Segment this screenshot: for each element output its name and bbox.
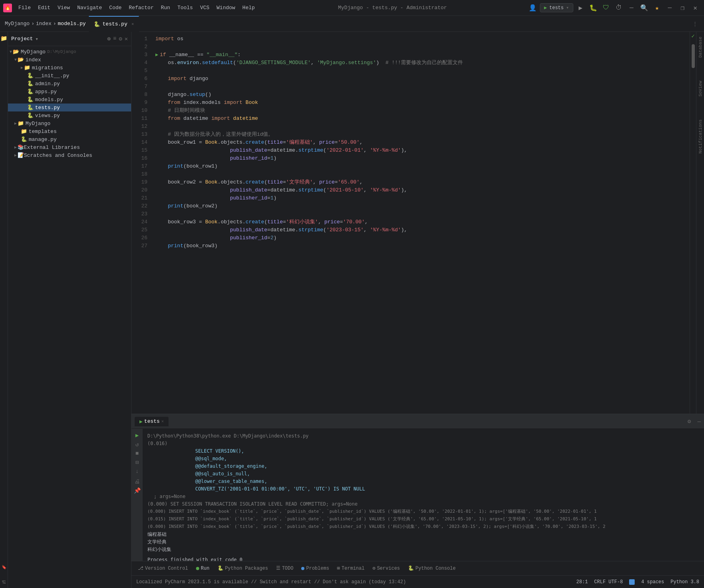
menu-bar[interactable]: File Edit View Navigate Code Refactor Ru… xyxy=(15,3,258,12)
profile-button[interactable]: ⏱ xyxy=(613,2,624,14)
manage-py-icon: 🐍 xyxy=(21,136,27,143)
tree-migrations[interactable]: ▶ 📁 migrations xyxy=(8,64,131,72)
run-filter-button[interactable]: ⊟ xyxy=(135,459,139,466)
run-print-button[interactable]: 🖨 xyxy=(134,479,140,485)
python-version[interactable]: Python 3.8 xyxy=(671,579,699,585)
python-packages-item[interactable]: 🐍 Python Packages xyxy=(214,564,271,573)
close-panel-icon[interactable]: ✕ xyxy=(125,35,128,42)
breadcrumb-file[interactable]: models.py xyxy=(58,21,86,27)
run-button[interactable]: ▶ xyxy=(575,2,586,14)
output-sql6: CONVERT_TZ('2001-01-01 01:00:00', 'UTC',… xyxy=(147,485,699,492)
scroll-thumb[interactable] xyxy=(692,44,695,68)
scroll-area[interactable]: ✓ xyxy=(690,32,696,414)
tree-mydjango-sub[interactable]: ▶ 📁 MyDjango xyxy=(8,119,131,127)
right-panel-strip: Database SoView Notifications xyxy=(696,32,704,414)
output-text-area[interactable]: D:\Python\Python38\python.exe D:\MyDjang… xyxy=(143,429,704,561)
run-tab[interactable]: ▶ tests × xyxy=(135,417,169,426)
tree-init-py[interactable]: 🐍 __init__.py xyxy=(8,72,131,80)
tab-label: tests.py xyxy=(102,21,127,27)
menu-tools[interactable]: Tools xyxy=(174,3,196,12)
window-controls[interactable]: 👤 ▶ tests ▾ ▶ 🐛 🛡 ⏱ — 🔍 ★ — ❐ ✕ xyxy=(527,2,701,14)
maximize-button[interactable]: ❐ xyxy=(677,2,688,14)
run-rerun-button[interactable]: ↺ xyxy=(135,441,139,448)
locate-icon[interactable]: ⊕ xyxy=(107,35,110,42)
run-scroll-end-button[interactable]: ↓ xyxy=(135,468,139,475)
tree-admin-py[interactable]: 🐍 admin.py xyxy=(8,80,131,88)
run-with-coverage-button[interactable]: 🛡 xyxy=(600,2,612,14)
run-pin-button[interactable]: 📌 xyxy=(134,487,141,494)
todo-label: TODO xyxy=(282,566,294,571)
scrollbar[interactable] xyxy=(690,40,696,414)
bottom-panel-settings[interactable]: ⚙ — xyxy=(688,418,701,425)
project-dropdown-icon[interactable]: ▾ xyxy=(35,36,39,42)
user-icon[interactable]: 👤 xyxy=(527,2,538,14)
code-editor[interactable]: 12345 678910 1112131415 1617181920 21222… xyxy=(131,32,704,414)
tree-external-libs[interactable]: ▶ 📚 External Libraries xyxy=(8,143,131,151)
output-insert3: (0.000) INSERT INTO `index_book` (`title… xyxy=(147,523,699,530)
settings-icon[interactable]: ⚙ xyxy=(119,35,122,42)
code-content[interactable]: import os ▶ if __name__ == "__main__": o… xyxy=(151,32,690,414)
mydjango-folder-icon: 📁 xyxy=(18,120,24,127)
menu-refactor[interactable]: Refactor xyxy=(126,3,157,12)
status-notice[interactable]: Localized PyCharm 2023.1.5 is available … xyxy=(136,579,570,585)
status-notice-text: Localized PyCharm 2023.1.5 is available … xyxy=(136,579,406,585)
bookmarks-icon[interactable]: 🔖 xyxy=(2,565,6,578)
project-view-icon[interactable]: 📁 xyxy=(0,35,7,42)
menu-code[interactable]: Code xyxy=(106,3,125,12)
color-indicator xyxy=(629,579,635,585)
python-console-item[interactable]: 🐍 Python Console xyxy=(405,564,459,573)
tree-apps-py[interactable]: 🐍 apps.py xyxy=(8,88,131,96)
run-tab-icon: ▶ xyxy=(139,418,143,425)
menu-help[interactable]: Help xyxy=(239,3,258,12)
terminal-item[interactable]: ⊞ Terminal xyxy=(334,564,368,573)
problems-item[interactable]: Problems xyxy=(298,564,332,573)
run-stop-button[interactable]: ■ xyxy=(135,450,139,457)
manage-py-label: manage.py xyxy=(29,137,57,143)
tree-views-py[interactable]: 🐍 views.py xyxy=(8,111,131,119)
output-sql3: @@default_storage_engine, xyxy=(147,463,699,470)
breadcrumb-index[interactable]: index xyxy=(36,21,51,27)
tab-overflow-icon[interactable]: ⋮ xyxy=(692,21,698,27)
tab-tests-py[interactable]: 🐍 tests.py × xyxy=(89,16,139,32)
collapse-icon[interactable]: ≡ xyxy=(113,35,116,42)
database-label[interactable]: Database xyxy=(696,35,704,59)
migrations-folder-icon: 📁 xyxy=(24,64,30,71)
tree-templates[interactable]: 📁 templates xyxy=(8,127,131,135)
structure-icon[interactable]: 🏗 xyxy=(2,580,6,588)
tree-root[interactable]: ▼ 📂 MyDjango D:\MyDjango xyxy=(8,48,131,56)
chevron-down-icon[interactable]: ▾ xyxy=(566,5,569,11)
project-panel-header: Project ▾ ⊕ ≡ ⚙ ✕ xyxy=(8,32,131,46)
notifications-label[interactable]: Notifications xyxy=(696,118,704,155)
run-toolbar-item[interactable]: Run xyxy=(193,564,213,573)
code-line-5 xyxy=(155,67,685,75)
close-button[interactable]: ✕ xyxy=(690,2,701,14)
run-tab-close[interactable]: × xyxy=(161,419,164,424)
collapse-panel-icon[interactable]: — xyxy=(698,418,701,425)
tree-index[interactable]: ▼ 📂 index xyxy=(8,56,131,64)
run-play-button[interactable]: ▶ xyxy=(135,432,139,439)
minimize-button[interactable]: — xyxy=(664,2,675,14)
menu-edit[interactable]: Edit xyxy=(35,3,53,12)
debug-button[interactable]: 🐛 xyxy=(588,2,599,14)
settings-icon[interactable]: — xyxy=(626,2,637,14)
version-control-item[interactable]: ⎇ Version Control xyxy=(135,564,191,573)
tab-close-button[interactable]: × xyxy=(131,22,134,27)
todo-item[interactable]: ☰ TODO xyxy=(273,564,297,573)
services-item[interactable]: ⚙ Services xyxy=(369,564,403,573)
menu-window[interactable]: Window xyxy=(214,3,239,12)
run-config-badge[interactable]: ▶ tests ▾ xyxy=(540,3,573,12)
search-icon[interactable]: 🔍 xyxy=(639,2,650,14)
menu-vcs[interactable]: VCS xyxy=(197,3,212,12)
tree-models-py[interactable]: 🐍 models.py xyxy=(8,96,131,104)
plugins-icon[interactable]: ★ xyxy=(651,2,663,14)
menu-view[interactable]: View xyxy=(54,3,73,12)
tree-scratches[interactable]: ▶ 📝 Scratches and Consoles xyxy=(8,151,131,159)
title-bar: 🔥 File Edit View Navigate Code Refactor … xyxy=(0,0,704,16)
menu-run[interactable]: Run xyxy=(158,3,173,12)
breadcrumb-project[interactable]: MyDjango xyxy=(5,21,29,27)
soview-label[interactable]: SoView xyxy=(696,79,704,98)
menu-file[interactable]: File xyxy=(15,3,34,12)
menu-navigate[interactable]: Navigate xyxy=(74,3,105,12)
tree-manage-py[interactable]: 🐍 manage.py xyxy=(8,135,131,143)
tree-tests-py[interactable]: 🐍 tests.py xyxy=(8,104,131,111)
